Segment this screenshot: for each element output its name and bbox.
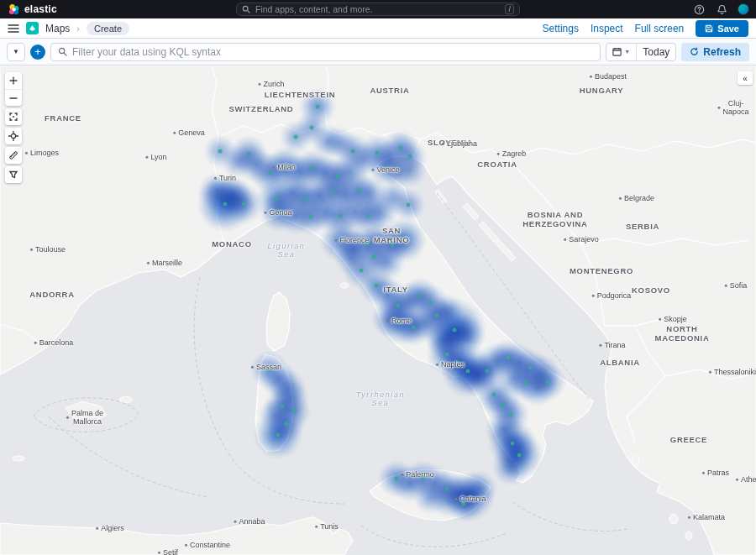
add-filter-button[interactable]: + xyxy=(30,45,45,60)
global-header: elastic Find apps, content, and more. / xyxy=(0,0,756,18)
inspect-link[interactable]: Inspect xyxy=(591,23,623,34)
search-shortcut-key: / xyxy=(505,4,514,14)
date-range-label: Today xyxy=(643,46,669,58)
query-bar: ▼ + Filter your data using KQL syntax ▼ … xyxy=(0,39,756,65)
search-icon xyxy=(242,5,250,13)
date-quick-menu-button[interactable]: ▼ xyxy=(606,44,636,60)
elastic-logo[interactable] xyxy=(7,3,20,16)
kql-query-input[interactable]: Filter your data using KQL syntax xyxy=(50,43,601,61)
save-button[interactable]: Save xyxy=(696,20,748,37)
search-icon xyxy=(58,47,67,56)
app-toolbar: Maps › Create Settings Inspect Full scre… xyxy=(0,18,756,39)
saved-query-menu-button[interactable]: ▼ xyxy=(7,43,25,61)
map-tools xyxy=(5,72,22,183)
notifications-bell-icon[interactable] xyxy=(715,3,728,16)
kql-placeholder: Filter your data using KQL syntax xyxy=(72,46,221,58)
breadcrumb-create[interactable]: Create xyxy=(87,22,129,35)
date-range-button[interactable]: Today xyxy=(636,44,675,60)
basemap xyxy=(0,65,756,555)
save-icon xyxy=(705,24,713,33)
refresh-button[interactable]: Refresh xyxy=(681,43,749,61)
global-search-placeholder: Find apps, content, and more. xyxy=(255,3,500,15)
main-menu-button[interactable] xyxy=(8,24,19,34)
plus-icon: + xyxy=(34,45,41,59)
brand-name: elastic xyxy=(24,3,57,15)
zoom-in-button[interactable] xyxy=(5,72,22,89)
spatial-filter-button[interactable] xyxy=(5,166,22,183)
date-picker: ▼ Today xyxy=(606,43,676,61)
collapse-panel-button[interactable]: « xyxy=(738,71,753,85)
full-screen-link[interactable]: Full screen xyxy=(635,23,685,34)
map-viewport[interactable]: FRANCESWITZERLANDLIECHTENSTEINAUSTRIASLO… xyxy=(0,65,756,555)
chevron-down-icon: ▼ xyxy=(624,49,630,55)
settings-link[interactable]: Settings xyxy=(543,23,579,34)
help-icon[interactable] xyxy=(692,3,706,16)
calendar-icon xyxy=(612,47,622,56)
breadcrumb-maps[interactable]: Maps xyxy=(45,23,70,34)
set-view-button[interactable] xyxy=(5,128,22,144)
chevron-down-icon: ▼ xyxy=(13,48,19,55)
save-button-label: Save xyxy=(717,24,739,34)
refresh-button-label: Refresh xyxy=(703,46,741,58)
fit-to-bounds-button[interactable] xyxy=(5,108,22,125)
global-search-input[interactable]: Find apps, content, and more. / xyxy=(236,3,520,16)
user-avatar[interactable] xyxy=(738,3,749,15)
breadcrumb-separator-icon: › xyxy=(76,24,80,34)
refresh-icon xyxy=(690,47,699,56)
measure-ruler-button[interactable] xyxy=(5,147,22,164)
collapse-icon: « xyxy=(743,74,748,83)
zoom-out-button[interactable] xyxy=(5,89,22,106)
maps-app-icon[interactable] xyxy=(26,22,39,34)
